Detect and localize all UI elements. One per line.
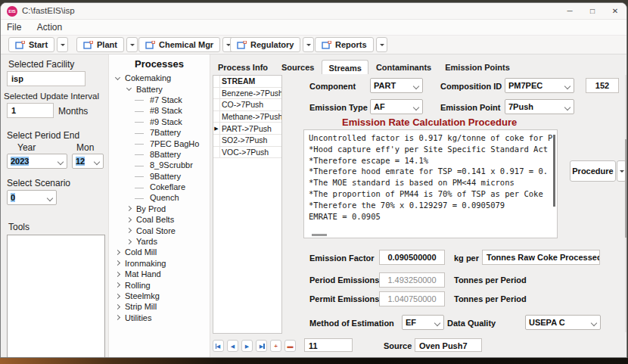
period-emissions-input[interactable]: 1.493250000 bbox=[379, 272, 445, 288]
stream-row[interactable]: Benzene->7Push bbox=[213, 88, 281, 100]
regulatory-dropdown-arrow[interactable] bbox=[303, 37, 314, 52]
year-select[interactable]: 2023 bbox=[7, 154, 67, 169]
tree-item[interactable]: Ironmaking bbox=[109, 258, 210, 269]
tree-item[interactable]: Steelmkg bbox=[109, 291, 210, 301]
chemical-mgr-button[interactable]: Chemical Mgr bbox=[138, 37, 220, 52]
tree-item[interactable]: Battery bbox=[109, 83, 210, 94]
tree-item[interactable]: 8_9Scrubbr bbox=[109, 160, 210, 170]
plant-dropdown-arrow[interactable] bbox=[126, 37, 138, 52]
procedure-vertical-scrollbar[interactable] bbox=[553, 135, 555, 207]
reports-dropdown-arrow[interactable] bbox=[376, 37, 387, 52]
factor-unit-input[interactable]: Tonnes Raw Coke Processed bbox=[482, 250, 600, 265]
tree-item[interactable]: Coal Belts bbox=[109, 214, 210, 225]
nav-button[interactable]: ▬ bbox=[284, 340, 296, 352]
emission-type-select[interactable]: AF bbox=[370, 99, 423, 114]
minimize-button[interactable]: ─ bbox=[558, 3, 581, 20]
chevron-icon[interactable] bbox=[139, 162, 147, 169]
chevron-icon[interactable] bbox=[114, 260, 122, 266]
start-button[interactable]: Start bbox=[8, 37, 54, 52]
tree-item[interactable]: Cokeflare bbox=[109, 182, 210, 192]
emission-factor-input[interactable]: 0.090500000 bbox=[379, 250, 445, 265]
chevron-icon[interactable] bbox=[114, 271, 122, 278]
tab[interactable]: Emission Points bbox=[439, 61, 516, 74]
record-number-input[interactable]: 11 bbox=[304, 338, 353, 352]
procedure-textarea[interactable]: Uncontrolled factor is 0.917 kg/tonne of… bbox=[303, 129, 558, 238]
stream-row[interactable]: SO2->7Push bbox=[213, 135, 281, 147]
tree-item[interactable]: #9 Stack bbox=[109, 117, 210, 127]
nav-button[interactable]: ▶ bbox=[241, 340, 253, 352]
nav-button[interactable]: ▶ bbox=[256, 340, 267, 352]
stream-row[interactable]: VOC->7Push bbox=[213, 147, 281, 159]
chevron-icon[interactable] bbox=[126, 86, 133, 92]
chevron-icon[interactable] bbox=[139, 129, 147, 136]
nav-button[interactable]: + bbox=[270, 340, 281, 352]
stream-row[interactable]: ▶ PART->7Push bbox=[213, 123, 281, 135]
chevron-icon[interactable] bbox=[114, 282, 122, 288]
tree-item[interactable]: Coal Store bbox=[109, 225, 210, 235]
chevron-icon[interactable] bbox=[114, 303, 122, 310]
tree-item[interactable]: #7 Stack bbox=[109, 95, 210, 105]
panel-scrollbar[interactable] bbox=[625, 75, 627, 332]
tree-item[interactable]: Quench bbox=[109, 192, 210, 203]
tree-item[interactable]: Cold Mill bbox=[109, 247, 210, 257]
tools-listbox[interactable] bbox=[7, 235, 105, 358]
tree-item[interactable]: Mat Hand bbox=[109, 269, 210, 279]
permit-emissions-input[interactable]: 1.040750000 bbox=[379, 291, 445, 306]
tree-item[interactable]: #8 Stack bbox=[109, 105, 210, 116]
plant-button[interactable]: Plant bbox=[76, 37, 124, 52]
tree-item[interactable]: 7Battery bbox=[109, 127, 210, 138]
chevron-icon[interactable] bbox=[126, 238, 133, 245]
composition-number-input[interactable]: 152 bbox=[586, 78, 619, 93]
reports-button[interactable]: Reports bbox=[315, 37, 374, 52]
panel-scrollbar-thumb[interactable] bbox=[625, 139, 627, 238]
method-select[interactable]: EF bbox=[402, 315, 444, 330]
menu-action[interactable]: Action bbox=[31, 20, 68, 35]
tree-item[interactable]: 7PEC BagHo bbox=[109, 138, 210, 148]
chevron-icon[interactable] bbox=[114, 314, 122, 321]
tree-item[interactable]: Strip Mill bbox=[109, 301, 210, 312]
stream-row[interactable]: Methane->7Push bbox=[213, 111, 281, 123]
chevron-icon[interactable] bbox=[114, 293, 122, 300]
source-input[interactable]: Oven Push7 bbox=[415, 338, 482, 352]
tree-item[interactable]: Utilities bbox=[109, 313, 210, 323]
tree-item[interactable]: Cokemaking bbox=[109, 73, 210, 83]
chevron-icon[interactable] bbox=[139, 96, 147, 103]
tree-item[interactable]: 8Battery bbox=[109, 149, 210, 160]
chevron-icon[interactable] bbox=[139, 107, 147, 114]
tab[interactable]: Contaminants bbox=[370, 61, 437, 74]
close-button[interactable]: ✕ bbox=[604, 3, 626, 20]
procedure-button[interactable]: Procedure bbox=[570, 160, 616, 182]
nav-button[interactable]: ◀ bbox=[213, 340, 224, 352]
regulatory-button[interactable]: Regulatory bbox=[230, 37, 300, 52]
chevron-icon[interactable] bbox=[126, 216, 133, 223]
data-quality-select[interactable]: USEPA C bbox=[525, 315, 601, 330]
chevron-icon[interactable] bbox=[114, 75, 122, 82]
month-select[interactable]: 12 bbox=[72, 154, 104, 169]
menu-file[interactable]: File bbox=[1, 20, 27, 35]
start-dropdown-arrow[interactable] bbox=[57, 37, 68, 52]
emission-point-select[interactable]: 7Push bbox=[505, 99, 574, 114]
tree-item[interactable]: 9Battery bbox=[109, 171, 210, 182]
chevron-icon[interactable] bbox=[126, 205, 133, 212]
chevron-icon[interactable] bbox=[114, 249, 122, 256]
maximize-button[interactable]: □ bbox=[581, 3, 604, 20]
tab[interactable]: Streams bbox=[322, 60, 368, 74]
scenario-select[interactable]: 0 bbox=[7, 190, 57, 205]
procedure-horizontal-scrollbar[interactable] bbox=[312, 234, 327, 236]
chevron-icon[interactable] bbox=[126, 227, 133, 234]
tree-item[interactable]: Yards bbox=[109, 236, 210, 247]
chevron-icon[interactable] bbox=[139, 118, 147, 125]
chevron-icon[interactable] bbox=[139, 173, 147, 179]
component-select[interactable]: PART bbox=[370, 78, 423, 93]
tree-item[interactable]: Rolling bbox=[109, 279, 210, 290]
chevron-icon[interactable] bbox=[139, 184, 147, 191]
tab[interactable]: Sources bbox=[275, 61, 320, 74]
interval-input[interactable]: 1 bbox=[7, 103, 54, 118]
chevron-icon[interactable] bbox=[139, 140, 147, 147]
stream-row[interactable]: CO->7Push bbox=[213, 99, 281, 111]
composition-id-select[interactable]: PM7PEC bbox=[505, 78, 574, 93]
tree-item[interactable]: By Prod bbox=[109, 204, 210, 214]
chevron-icon[interactable] bbox=[139, 194, 147, 201]
chevron-icon[interactable] bbox=[139, 151, 147, 157]
tab[interactable]: Process Info bbox=[212, 61, 274, 74]
